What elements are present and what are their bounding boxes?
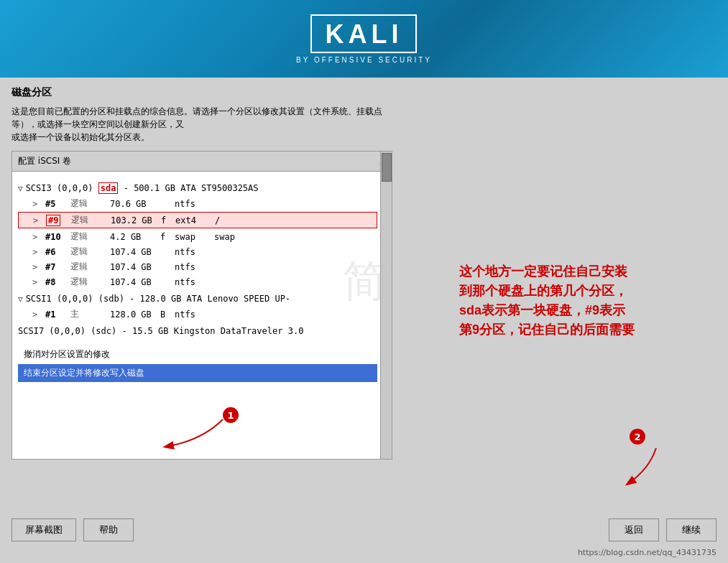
disk2-header[interactable]: ▽ SCSI1 (0,0,0) (sdb) - 128.0 GB ATA Len… — [18, 294, 377, 304]
circle-label-2: 2 — [630, 429, 645, 445]
page-title: 磁盘分区 — [11, 86, 717, 99]
part-num: #7 — [45, 262, 70, 272]
disk2-expand-arrow: ▽ — [18, 294, 23, 304]
disk2-section: ▽ SCSI1 (0,0,0) (sdb) - 128.0 GB ATA Len… — [18, 294, 377, 322]
kali-subtitle: BY OFFENSIVE SECURITY — [296, 56, 432, 64]
row-arrow: > — [32, 310, 45, 320]
disk1-section: ▽ SCSI3 (0,0,0) sda - 500.1 GB ATA ST950… — [18, 183, 377, 289]
panel-header-label: 配置 iSCSI 卷 — [18, 155, 71, 167]
part-size: 4.2 GB — [110, 232, 160, 242]
part-fs: ntfs — [175, 262, 214, 272]
part-flag: f — [160, 232, 175, 242]
partition-row[interactable]: > #5 逻辑 70.6 GB ntfs — [18, 196, 377, 211]
part-num: #1 — [45, 310, 70, 320]
part-type: 逻辑 — [70, 246, 110, 258]
part-fs: swap — [175, 232, 214, 242]
partition-row[interactable]: > #10 逻辑 4.2 GB f swap swap — [18, 229, 377, 244]
part-fs: ntfs — [175, 277, 214, 287]
header-content: KALI BY OFFENSIVE SECURITY — [296, 14, 432, 64]
circle-label-1: 1 — [223, 407, 239, 423]
part-size: 107.4 GB — [110, 277, 160, 287]
part-num: #5 — [45, 199, 70, 209]
part-type: 逻辑 — [70, 261, 110, 273]
part-num-highlight: #9 — [46, 215, 60, 226]
part-size: 70.6 GB — [110, 199, 160, 209]
part-fs: ext4 — [175, 215, 215, 225]
disk2-name: SCSI1 (0,0,0) (sdb) - 128.0 GB ATA Lenov… — [26, 294, 290, 304]
footer-link: https://blog.csdn.net/qq_43431735 — [578, 548, 717, 557]
partition-row[interactable]: > #6 逻辑 107.4 GB ntfs — [18, 244, 377, 259]
continue-button[interactable]: 继续 — [666, 518, 717, 541]
annotation-panel: 这个地方一定要记住自己安装 到那个硬盘上的第几个分区， sda表示第一块硬盘，#… — [459, 262, 704, 340]
part-num: #10 — [45, 232, 70, 242]
disk1-expand-arrow: ▽ — [18, 184, 23, 193]
partition-row-highlighted[interactable]: > #9 逻辑 103.2 GB f ext4 / — [18, 212, 377, 228]
row-arrow: > — [33, 215, 46, 225]
scrollbar-thumb[interactable] — [382, 153, 392, 182]
cancel-option[interactable]: 撤消对分区设置的修改 — [18, 345, 377, 364]
disk3-header[interactable]: SCSI7 (0,0,0) (sdc) - 15.5 GB Kingston D… — [18, 326, 377, 336]
annotation-text: 这个地方一定要记住自己安装 到那个硬盘上的第几个分区， sda表示第一块硬盘，#… — [459, 262, 704, 340]
page-description: 这是您目前已配置的分区和挂载点的综合信息。请选择一个分区以修改其设置（文件系统、… — [11, 105, 385, 144]
part-num: #9 — [46, 215, 71, 226]
row-arrow: > — [32, 199, 45, 209]
partition-row[interactable]: > #8 逻辑 107.4 GB ntfs — [18, 274, 377, 289]
part-type: 逻辑 — [70, 197, 110, 210]
bottom-bar: 屏幕截图 帮助 返回 继续 — [0, 518, 728, 541]
panel-annotation-wrapper: 配置 iSCSI 卷 ▲ ▽ SCSI3 (0,0,0) sda - 500.1… — [11, 151, 717, 460]
part-flag: B — [160, 310, 175, 320]
back-button[interactable]: 返回 — [609, 518, 659, 541]
part-flag: f — [161, 215, 175, 225]
part-size: 107.4 GB — [110, 262, 160, 272]
part-type: 逻辑 — [70, 276, 110, 288]
disk3-section: SCSI7 (0,0,0) (sdc) - 15.5 GB Kingston D… — [18, 326, 377, 336]
part-mount: / — [215, 215, 236, 225]
kali-logo: KALI — [310, 14, 417, 53]
part-size: 107.4 GB — [110, 247, 160, 257]
scrollbar[interactable] — [380, 152, 392, 459]
part-fs: ntfs — [175, 310, 214, 320]
options-section: 撤消对分区设置的修改 结束分区设定并将修改写入磁盘 — [18, 345, 377, 382]
btn-group-right: 返回 继续 — [609, 518, 717, 541]
partition-row[interactable]: > #1 主 128.0 GB B ntfs — [18, 307, 377, 322]
disk3-name: SCSI7 (0,0,0) (sdc) - 15.5 GB Kingston D… — [18, 326, 303, 336]
panel-content: ▽ SCSI3 (0,0,0) sda - 500.1 GB ATA ST950… — [12, 172, 392, 389]
part-size: 128.0 GB — [110, 310, 160, 320]
part-fs: ntfs — [175, 199, 214, 209]
part-size: 103.2 GB — [111, 215, 161, 225]
main-area: 磁盘分区 这是您目前已配置的分区和挂载点的综合信息。请选择一个分区以修改其设置（… — [0, 78, 728, 467]
part-num: #8 — [45, 277, 70, 287]
partition-row[interactable]: > #7 逻辑 107.4 GB ntfs — [18, 259, 377, 274]
disk1-name: SCSI3 (0,0,0) sda - 500.1 GB ATA ST95003… — [26, 183, 259, 193]
part-type: 逻辑 — [71, 214, 111, 226]
row-arrow: > — [32, 277, 45, 287]
help-button[interactable]: 帮助 — [83, 518, 134, 541]
disk1-header[interactable]: ▽ SCSI3 (0,0,0) sda - 500.1 GB ATA ST950… — [18, 183, 377, 193]
part-type: 逻辑 — [70, 231, 110, 243]
partition-panel[interactable]: 配置 iSCSI 卷 ▲ ▽ SCSI3 (0,0,0) sda - 500.1… — [11, 151, 392, 460]
screenshot-button[interactable]: 屏幕截图 — [11, 518, 76, 541]
row-arrow: > — [32, 232, 45, 242]
part-type: 主 — [70, 308, 110, 320]
disk1-id: sda — [98, 182, 119, 194]
header: KALI BY OFFENSIVE SECURITY — [0, 0, 728, 78]
btn-group-left: 屏幕截图 帮助 — [11, 518, 134, 541]
row-arrow: > — [32, 247, 45, 257]
part-fs: ntfs — [175, 247, 214, 257]
write-option[interactable]: 结束分区设定并将修改写入磁盘 — [18, 364, 377, 382]
part-num: #6 — [45, 247, 70, 257]
part-mount: swap — [214, 232, 236, 242]
row-arrow: > — [32, 262, 45, 272]
panel-header: 配置 iSCSI 卷 ▲ — [12, 152, 392, 172]
